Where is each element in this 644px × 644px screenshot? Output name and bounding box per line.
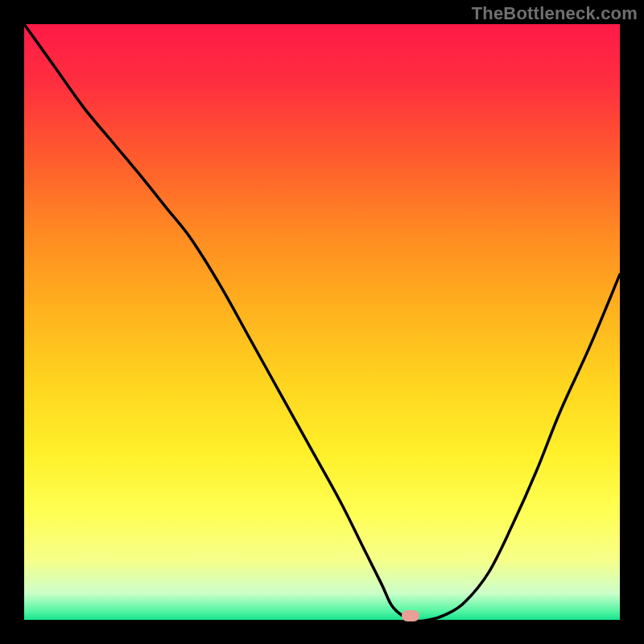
optimum-marker bbox=[402, 610, 419, 621]
plot-area bbox=[24, 24, 620, 620]
bottleneck-curve bbox=[24, 24, 620, 620]
watermark-text: TheBottleneck.com bbox=[472, 3, 638, 24]
chart-frame: TheBottleneck.com bbox=[0, 0, 644, 644]
curve-layer bbox=[24, 24, 620, 620]
